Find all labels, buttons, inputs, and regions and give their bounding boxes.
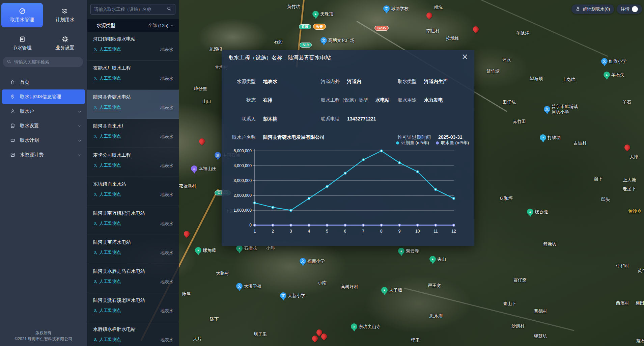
person-icon — [93, 192, 97, 197]
toggle-knob[interactable] — [632, 6, 638, 12]
sidebar-item-3[interactable]: 取水设置 — [0, 118, 87, 133]
person-icon — [93, 76, 97, 81]
station-search-box[interactable] — [90, 4, 175, 15]
map-poi[interactable]: ~打铁塘 — [540, 134, 561, 141]
map-poi-label: 尖山 — [437, 257, 446, 262]
sidebar-item-2[interactable]: 取水户 — [0, 104, 87, 118]
sidebar-item-1[interactable]: 取水口GIS信息管理 — [2, 89, 85, 104]
map-poi[interactable]: 文普宁市船埔镇 河坑小学 — [544, 104, 578, 114]
manual-monitor-link[interactable]: 人工监测点 — [93, 308, 121, 314]
station-name: 陆河县青碇水电站 — [93, 94, 173, 100]
manual-monitor-link[interactable]: 人工监测点 — [93, 249, 121, 256]
sidebar-search-box[interactable] — [3, 57, 83, 67]
svg-text:2: 2 — [272, 229, 274, 234]
station-list-item[interactable]: 友能水厂取水工程人工监测点地表水 — [87, 61, 179, 90]
station-list-item[interactable]: 陆河县宝塔水电站人工监测点地表水 — [87, 235, 179, 264]
station-list-item[interactable]: 陆河县青碇水电站人工监测点地表水 — [87, 90, 179, 119]
manual-monitor-link[interactable]: 人工监测点 — [93, 337, 121, 343]
filter-dropdown[interactable]: 全部 (125) — [148, 23, 174, 29]
map-poi-label: 打铁塘 — [548, 135, 561, 140]
person-icon — [93, 105, 97, 110]
map-poi[interactable]: ▲尖山 — [429, 256, 446, 262]
sidebar-search-input[interactable] — [14, 59, 79, 64]
manual-monitor-link[interactable]: 人工监测点 — [93, 104, 121, 111]
red-map-pin[interactable] — [472, 25, 480, 33]
road-badge: S19 — [300, 43, 312, 48]
station-list-item[interactable]: 陆河县南万镇杞洋水电站人工监测点地表水 — [87, 206, 179, 235]
sidebar-item-0[interactable]: 首页 — [0, 75, 87, 89]
manual-monitor-link[interactable]: 人工监测点 — [93, 220, 121, 227]
module-business-settings[interactable]: 业务设置 — [44, 31, 86, 55]
station-name: 陆河县激石溪老区水电站 — [93, 297, 173, 303]
station-subrow: 人工监测点地表水 — [93, 75, 173, 82]
mountain-poi-icon: ▲ — [351, 323, 357, 330]
manual-monitor-link[interactable]: 人工监测点 — [93, 75, 121, 82]
map-poi[interactable]: ♨幸福山庄 — [191, 165, 216, 172]
person-icon — [93, 163, 97, 168]
map-poi[interactable]: 文红旗小学 — [601, 58, 626, 64]
map-poi[interactable]: ▲东坑尖山寺 — [351, 323, 381, 330]
map-poi[interactable]: ▲羊石尖 — [604, 72, 624, 78]
map-place-label: 坪水 — [502, 57, 511, 63]
station-list-item[interactable]: 陆河县水唇走马石水电站人工监测点地表水 — [87, 264, 179, 293]
module-water-intake-management[interactable]: 取用水管理 — [1, 3, 43, 27]
water-source-type: 地表水 — [160, 250, 173, 256]
red-map-pin[interactable] — [311, 334, 319, 342]
manual-monitor-link[interactable]: 人工监测点 — [93, 133, 121, 140]
modal-field: 状态在用 — [228, 97, 273, 103]
map-poi[interactable]: ▲螺角嶂 — [195, 247, 216, 254]
over-plan-water-button[interactable]: 超计划取水(0) — [571, 4, 614, 14]
red-map-pin[interactable] — [198, 137, 206, 145]
map-place-label: 箭竹塘 — [486, 69, 500, 74]
gas-poi-icon: 油 — [215, 152, 221, 158]
module-water-saving[interactable]: 节水管理 — [1, 31, 43, 55]
manual-monitor-link[interactable]: 人工监测点 — [93, 46, 121, 53]
station-list-item[interactable]: 河口镇唱歌潭水电站人工监测点地表水 — [87, 32, 179, 61]
map-poi[interactable]: 文墩塘学校 — [383, 5, 409, 12]
station-list-item[interactable]: 水唇镇水栏肚水电站人工监测点地表水 — [87, 322, 179, 346]
map-place-label: 羊石 — [622, 100, 631, 105]
station-list-item[interactable]: 麦卡公司取水工程人工监测点地表水 — [87, 148, 179, 177]
map-place-label: 箭塘坑 — [543, 241, 556, 247]
station-list-item[interactable]: 东坑镇自来水站人工监测点地表水 — [87, 177, 179, 206]
map-poi[interactable]: ▲聚云寺 — [398, 248, 419, 254]
map-poi-label: 高塘文化广场 — [328, 38, 355, 43]
station-search-input[interactable] — [94, 7, 167, 12]
red-map-pin[interactable] — [623, 143, 631, 151]
red-map-pin[interactable] — [183, 230, 191, 238]
manual-monitor-link[interactable]: 人工监测点 — [93, 191, 121, 198]
over-plan-label: 超计划取水(0) — [583, 6, 610, 12]
map-poi-label: 螺角嶂 — [203, 248, 216, 253]
sidebar-item-4[interactable]: 取水计划 — [0, 133, 87, 148]
map-poi[interactable]: ▲人子嶂 — [381, 287, 402, 293]
modal-field-row: 联系人彭木桃联系电话13432771221 — [228, 116, 468, 123]
map-poi[interactable]: 文高塘文化广场 — [320, 37, 355, 44]
svg-text:5: 5 — [326, 229, 328, 234]
detail-toggle[interactable]: 详情 — [617, 4, 642, 14]
map-poi-label: 大溪学校 — [244, 284, 261, 289]
map-poi[interactable]: 文大新小学 — [280, 292, 305, 299]
station-list-item[interactable]: 陆河县激石溪老区水电站人工监测点地表水 — [87, 293, 179, 322]
chevron-down-icon — [78, 153, 82, 157]
map-poi[interactable]: ▲石榴花 — [236, 245, 257, 251]
svg-text:1: 1 — [254, 229, 256, 234]
svg-text:9: 9 — [398, 229, 401, 234]
manual-monitor-link[interactable]: 人工监测点 — [93, 162, 121, 169]
monitor-label: 人工监测点 — [99, 104, 121, 110]
map-poi-label: 人子嶂 — [389, 288, 402, 293]
svg-text:2,000,000: 2,000,000 — [234, 193, 252, 198]
mountain-poi-icon: ▲ — [527, 209, 533, 215]
module-planned-water-use[interactable]: 计划用水 — [44, 3, 86, 27]
map-poi[interactable]: ▲烧香缝 — [527, 209, 548, 215]
close-icon[interactable]: × — [461, 53, 468, 61]
sidebar-item-5[interactable]: 水资源计费 — [0, 148, 87, 162]
map-poi[interactable]: 文大溪学校 — [236, 283, 261, 289]
legend-label: 计划量 (m³/年) — [401, 140, 429, 146]
legend-label: 取水量 (m³/年) — [441, 140, 469, 146]
red-map-pin[interactable] — [425, 11, 433, 19]
map-poi[interactable]: 文福新小学 — [300, 258, 325, 264]
map-poi[interactable]: ▲天珠顶 — [312, 11, 333, 17]
manual-monitor-link[interactable]: 人工监测点 — [93, 278, 121, 285]
station-list-item[interactable]: 陆河县自来水厂人工监测点地表水 — [87, 119, 179, 148]
map-place-label: 山口 — [202, 99, 211, 104]
